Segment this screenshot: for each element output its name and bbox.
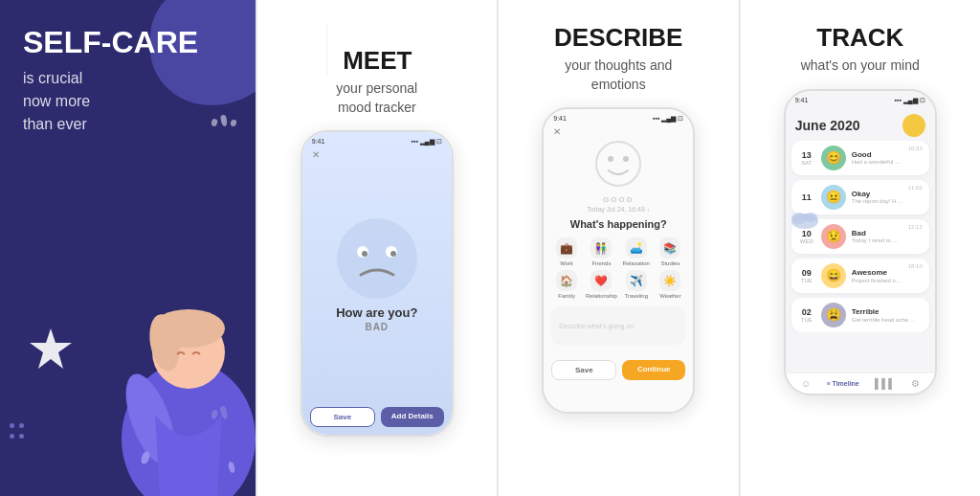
mood-avatar-good: 😊	[821, 146, 846, 170]
track-text-bad: Bad Today I need to meet Helen and discu…	[852, 229, 902, 243]
track-date: 11	[798, 192, 815, 202]
phone-status-bar: 9:41 ▪▪▪ ▂▄▆ ⊡	[302, 132, 452, 147]
phone-action-buttons: Save Add Details	[302, 399, 452, 435]
track-text-terrible: Terrible Get terrible head ache 😣	[852, 307, 917, 323]
describe-action-buttons: Save Continue	[544, 352, 693, 388]
bottom-chart-icon[interactable]: ▌▌▌	[875, 378, 895, 389]
category-studies[interactable]: 📚 Studies	[656, 237, 686, 266]
save-button[interactable]: Save	[551, 360, 616, 380]
sad-face	[334, 215, 420, 305]
timeline-button[interactable]: ≡ Timeline	[826, 380, 858, 387]
category-work[interactable]: 💼 Work	[551, 237, 582, 266]
mood-face-container: How are you? BAD	[334, 147, 420, 399]
close-button-phone[interactable]: ✕	[312, 149, 320, 160]
character-illustration	[93, 247, 256, 496]
happy-face	[594, 140, 642, 192]
panel4-subtext: what's on your mind	[801, 56, 920, 76]
mood-date: Today Jul 24, 16:48 ↓	[587, 206, 650, 213]
category-family[interactable]: 🏠 Family	[551, 270, 582, 299]
whats-happening-label: What's happening?	[570, 218, 667, 230]
save-button[interactable]: Save	[310, 407, 375, 427]
track-sun-icon	[902, 114, 925, 137]
mood-question: How are you?	[336, 305, 417, 320]
svg-point-22	[804, 213, 817, 222]
phone-bottom-nav: ☺ ≡ Timeline ▌▌▌ ⚙	[786, 372, 935, 394]
track-entry-awesome[interactable]: 09 TUE 😄 Awesome Project finished on tim…	[791, 259, 929, 293]
track-entry-terrible[interactable]: 02 TUE 😩 Terrible Get terrible head ache…	[791, 298, 929, 332]
track-month: June 2020	[795, 118, 860, 133]
panel-describe: DESCRIBE your thoughts and emotions 9:41…	[498, 0, 740, 496]
svg-point-19	[623, 156, 629, 162]
describe-placeholder: Describe what's going on	[559, 323, 634, 329]
panel3-subtext: your thoughts and emotions	[565, 56, 672, 94]
phone-mockup-track: 9:41 ▪▪▪ ▂▄▆ ⊡ June 2020 13	[784, 89, 937, 395]
rain-drops-bottom	[212, 406, 227, 419]
panel-track: TRACK what's on your mind 9:41 ▪▪▪ ▂▄▆ ⊡…	[740, 0, 981, 496]
category-weather[interactable]: ☀️ Weather	[656, 270, 686, 299]
track-header: June 2020	[786, 106, 935, 141]
track-text-good: Good Had a wonderful walk with Tracy! Th…	[852, 150, 902, 165]
panel-meet: MEET your personal mood tracker 9:41 ▪▪▪…	[256, 0, 499, 496]
svg-point-12	[337, 218, 417, 299]
panel2-heading: MEET	[326, 23, 427, 76]
svg-point-16	[390, 251, 396, 257]
mood-good-label: GOOD	[603, 195, 634, 204]
track-entries-list: 13 SAT 😊 Good Had a wonderful walk with …	[786, 141, 935, 332]
svg-point-17	[596, 142, 640, 186]
category-relationship[interactable]: ❤️ Relationship	[586, 270, 617, 299]
phone-status-bar: 9:41 ▪▪▪ ▂▄▆ ⊡	[544, 109, 693, 124]
svg-point-15	[362, 251, 368, 257]
mood-avatar-bad: 😟	[821, 224, 846, 249]
track-entry-good[interactable]: 13 SAT 😊 Good Had a wonderful walk with …	[791, 141, 929, 175]
category-grid: 💼 Work 👫 Friends 🛋️ Relaxation 📚 Studies…	[544, 237, 693, 299]
close-button-describe[interactable]: ✕	[553, 126, 561, 137]
track-date: 09 TUE	[798, 268, 815, 283]
category-relaxation[interactable]: 🛋️ Relaxation	[621, 237, 652, 266]
panel1-subtitle: is crucial now more than ever	[23, 67, 233, 136]
track-date: 02 TUE	[798, 307, 815, 323]
mood-avatar-terrible: 😩	[821, 303, 846, 327]
star-decoration	[27, 324, 75, 372]
phone-status-bar: 9:41 ▪▪▪ ▂▄▆ ⊡	[786, 91, 935, 106]
mood-label: BAD	[365, 322, 389, 332]
bottom-home-icon[interactable]: ☺	[801, 378, 811, 389]
panel1-title: SELF-CARE	[23, 27, 233, 57]
panel4-heading: TRACK	[816, 23, 903, 53]
continue-button[interactable]: Continue	[622, 360, 685, 380]
dots-decoration	[10, 423, 24, 439]
svg-marker-0	[30, 328, 72, 369]
track-date: 13 SAT	[798, 150, 815, 166]
phone-mockup-describe: 9:41 ▪▪▪ ▂▄▆ ⊡ ✕ GOOD Today Jul 24, 16:4…	[542, 107, 695, 414]
track-text-awesome: Awesome Project finished on time 👍	[852, 268, 902, 283]
panel2-subtext: your personal mood tracker	[336, 79, 417, 117]
category-traveling[interactable]: ✈️ Traveling	[621, 270, 652, 299]
panel-self-care: SELF-CARE is crucial now more than ever	[0, 0, 256, 496]
add-details-button[interactable]: Add Details	[381, 407, 444, 427]
mood-avatar-okay: 😐	[821, 185, 846, 210]
phone-mockup-meet: 9:41 ▪▪▪ ▂▄▆ ⊡ ✕	[301, 130, 454, 437]
describe-input[interactable]: Describe what's going on	[551, 306, 685, 345]
bottom-settings-icon[interactable]: ⚙	[911, 378, 920, 389]
category-friends[interactable]: 👫 Friends	[586, 237, 617, 266]
panel3-heading: DESCRIBE	[554, 23, 682, 53]
cloud-decoration	[790, 206, 820, 233]
track-text-okay: Okay The report day! Have a lot of work …	[852, 190, 902, 204]
svg-point-18	[608, 156, 613, 162]
mood-avatar-awesome: 😄	[821, 263, 846, 288]
